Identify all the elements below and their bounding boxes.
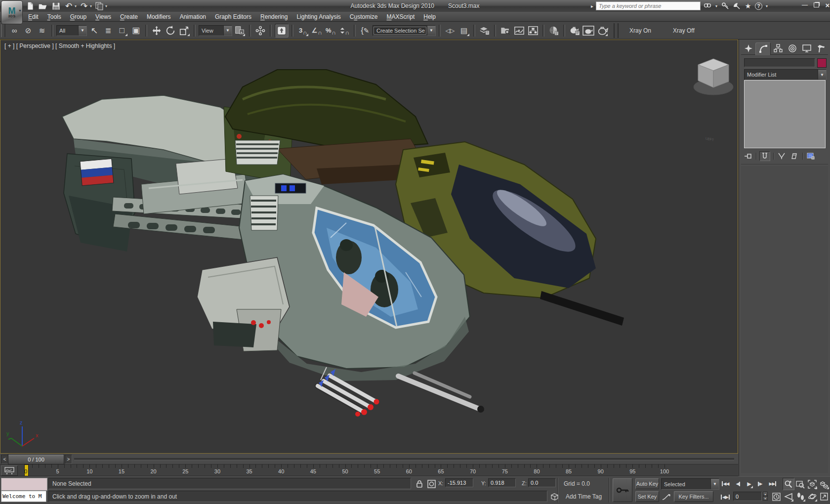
next-frame-arrow[interactable]: >: [65, 455, 72, 464]
modifier-list-dropdown[interactable]: Modifier List ▼: [744, 69, 827, 80]
configure-modifier-sets-icon[interactable]: [806, 152, 816, 161]
reference-coordinate-caret-icon[interactable]: ▼: [223, 26, 232, 36]
search-input[interactable]: [596, 1, 701, 10]
key-mode-toggle-icon[interactable]: ◀▶: [720, 492, 730, 503]
menu-views[interactable]: Views: [91, 13, 116, 20]
zoom-icon[interactable]: [783, 478, 794, 490]
menu-lighting-analysis[interactable]: Lighting Analysis: [292, 13, 345, 20]
named-selection-caret-icon[interactable]: ▼: [427, 26, 435, 36]
remove-modifier-icon[interactable]: [789, 152, 799, 161]
open-mini-curve-editor-icon[interactable]: [1, 465, 18, 476]
reference-coordinate-dropdown[interactable]: View ▼: [199, 25, 232, 36]
toolbar-drag-handle[interactable]: [1, 24, 5, 37]
redo-icon[interactable]: ↷: [79, 1, 89, 10]
minimize-icon[interactable]: —: [801, 1, 808, 8]
open-file-icon[interactable]: [38, 1, 48, 10]
select-and-link-icon[interactable]: ∞: [8, 24, 21, 37]
named-selection-combo[interactable]: Create Selection Se ▼: [373, 25, 436, 36]
menu-help[interactable]: Help: [419, 13, 440, 20]
zoom-extents-all-icon[interactable]: [818, 478, 830, 490]
select-and-move-icon[interactable]: [150, 24, 163, 37]
key-mode-caret-icon[interactable]: ▼: [710, 479, 719, 489]
align-icon[interactable]: ▤: [457, 24, 470, 37]
close-icon[interactable]: ×: [824, 1, 830, 8]
use-pivot-point-icon[interactable]: [233, 24, 246, 37]
object-color-swatch[interactable]: [817, 58, 827, 68]
favorites-star-icon[interactable]: ★: [744, 1, 752, 10]
modifier-list-caret-icon[interactable]: ▼: [818, 70, 826, 80]
schematic-view-icon[interactable]: [527, 24, 540, 37]
window-crossing-icon[interactable]: ▣: [129, 24, 142, 37]
set-key-button[interactable]: Set Key: [635, 491, 659, 502]
select-by-name-icon[interactable]: ≣: [102, 24, 115, 37]
selection-lock-icon[interactable]: [415, 479, 424, 489]
object-name-field[interactable]: [744, 58, 815, 67]
menu-customize[interactable]: Customize: [345, 13, 382, 20]
maxscript-mini-listener-white[interactable]: Welcome to M: [1, 491, 46, 502]
show-end-result-icon[interactable]: [759, 151, 770, 161]
spinner-snap-icon[interactable]: ∩: [338, 24, 351, 37]
mirror-icon[interactable]: ◁▷: [444, 24, 456, 37]
selection-filter-dropdown[interactable]: All ▼: [56, 25, 87, 36]
auto-key-button[interactable]: Auto Key: [635, 478, 659, 489]
menu-modifiers[interactable]: Modifiers: [142, 13, 175, 20]
motion-tab-icon[interactable]: [785, 42, 799, 55]
x-coord-field[interactable]: -15.913: [445, 478, 473, 487]
select-and-rotate-icon[interactable]: [164, 24, 177, 37]
help-dropdown-icon[interactable]: ▾: [765, 1, 769, 10]
play-animation-icon[interactable]: ▶: [744, 478, 754, 489]
y-coord-field[interactable]: 0.918: [488, 478, 516, 487]
angle-snap-icon[interactable]: ∠∩: [310, 24, 323, 37]
redo-dropdown-icon[interactable]: ▾: [90, 4, 92, 8]
zoom-extents-icon[interactable]: [806, 478, 818, 490]
display-tab-icon[interactable]: [799, 42, 814, 55]
z-coord-field[interactable]: 0.0: [528, 478, 556, 487]
go-to-end-icon[interactable]: ▶▶: [768, 478, 778, 489]
track-ruler[interactable]: 0510152025303540455055606570758085909510…: [18, 464, 675, 476]
save-file-icon[interactable]: [50, 1, 61, 10]
bind-to-space-warp-icon[interactable]: ≋: [36, 24, 48, 37]
communication-center-icon[interactable]: [732, 1, 741, 10]
go-to-start-icon[interactable]: ◀◀: [720, 478, 730, 489]
key-filters-button[interactable]: Key Filters...: [674, 491, 713, 502]
xray-on-button[interactable]: Xray On: [623, 25, 657, 37]
orbit-icon[interactable]: [806, 490, 818, 503]
select-and-manipulate-icon[interactable]: [254, 24, 267, 37]
hierarchy-tab-icon[interactable]: [771, 42, 785, 55]
menu-edit[interactable]: Edit: [24, 13, 43, 20]
search-icon[interactable]: [703, 1, 712, 10]
subscription-key-icon[interactable]: [721, 1, 730, 10]
rectangular-selection-region-icon[interactable]: □: [116, 24, 128, 37]
default-in-out-tangent-icon[interactable]: [661, 492, 672, 502]
pin-stack-icon[interactable]: [743, 152, 753, 161]
model-landing-skid[interactable]: [197, 257, 290, 351]
menu-maxscript[interactable]: MAXScript: [382, 13, 419, 20]
search-dropdown-icon[interactable]: ▾: [714, 1, 718, 10]
maximize-viewport-toggle-icon[interactable]: [818, 490, 830, 503]
named-selection-sets-icon[interactable]: {✎: [359, 24, 372, 37]
rendered-frame-window-icon[interactable]: [582, 24, 595, 37]
help-icon[interactable]: ?: [755, 2, 762, 10]
application-menu-button[interactable]: M 3DS ▼: [1, 0, 23, 24]
menu-animation[interactable]: Animation: [175, 13, 210, 20]
utilities-tab-icon[interactable]: [814, 42, 828, 55]
absolute-mode-transform-icon[interactable]: [426, 479, 436, 489]
infocenter-expand-icon[interactable]: ▸: [591, 3, 593, 9]
render-setup-icon[interactable]: [568, 24, 581, 37]
set-keys-button[interactable]: [613, 478, 632, 502]
select-object-icon[interactable]: ↖: [88, 24, 101, 37]
percent-snap-icon[interactable]: %∩: [324, 24, 337, 37]
restore-icon[interactable]: [813, 1, 820, 8]
menu-graph-editors[interactable]: Graph Editors: [210, 13, 256, 20]
menu-rendering[interactable]: Rendering: [256, 13, 292, 20]
select-and-scale-icon[interactable]: [178, 24, 191, 37]
menu-create[interactable]: Create: [116, 13, 142, 20]
snap-toggle-3d-icon[interactable]: 3∩: [296, 24, 309, 37]
next-frame-icon[interactable]: ▶: [755, 478, 765, 489]
perspective-viewport[interactable]: [ + ] [ Perspective ] [ Smooth + Highlig…: [0, 40, 738, 454]
keyboard-shortcut-override-icon[interactable]: [275, 24, 289, 38]
selection-filter-caret-icon[interactable]: ▼: [78, 26, 86, 36]
previous-frame-icon[interactable]: ◀: [733, 478, 743, 489]
walk-through-icon[interactable]: [794, 490, 806, 503]
adaptive-degradation-icon[interactable]: [549, 492, 559, 502]
